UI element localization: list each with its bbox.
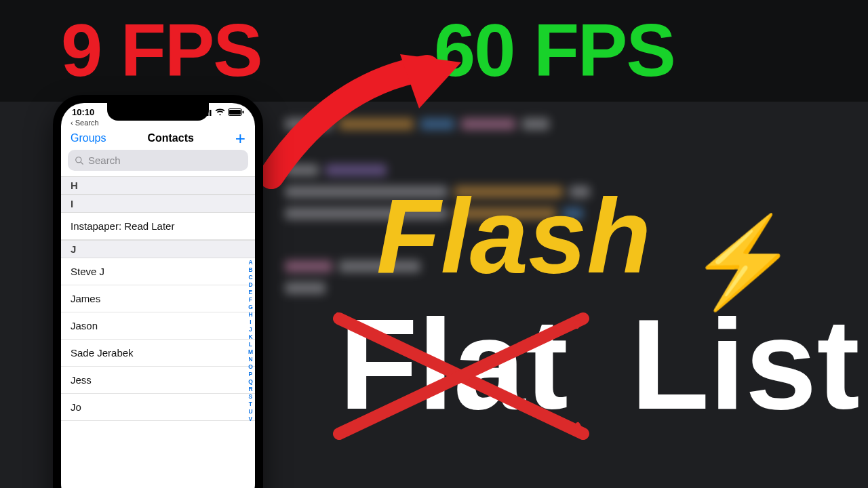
add-contact-button[interactable]: + xyxy=(235,132,245,144)
list-item[interactable]: Instapaper: Read Later xyxy=(61,213,255,240)
battery-icon xyxy=(228,108,244,116)
svg-rect-5 xyxy=(229,110,241,115)
search-icon xyxy=(75,156,84,165)
section-header: J xyxy=(61,240,255,258)
nav-bar: Groups Contacts + xyxy=(61,128,255,150)
wifi-icon xyxy=(215,108,225,116)
list-item[interactable]: Jess xyxy=(61,367,255,394)
svg-rect-6 xyxy=(243,111,244,114)
list-item[interactable]: Sade Jerabek xyxy=(61,340,255,367)
nav-title: Contacts xyxy=(147,132,193,144)
list-item[interactable]: Jo xyxy=(61,394,255,421)
groups-button[interactable]: Groups xyxy=(71,132,106,144)
search-placeholder: Search xyxy=(88,155,121,166)
list-item[interactable]: James xyxy=(61,285,255,312)
list-word: List xyxy=(631,305,860,424)
phone-screen: 10:10 Search Groups Contacts + Search H … xyxy=(61,103,255,488)
section-header: I xyxy=(61,195,255,213)
alphabet-index[interactable]: ABCDEFGHIJKLMNOPQRSTUV xyxy=(248,259,253,423)
list-item[interactable]: Steve J xyxy=(61,258,255,285)
list-item[interactable]: Jason xyxy=(61,312,255,340)
iphone-mockup: 10:10 Search Groups Contacts + Search H … xyxy=(53,95,263,488)
svg-line-8 xyxy=(81,162,83,164)
flat-word: Flat xyxy=(339,305,568,424)
contacts-list[interactable]: H I Instapaper: Read Later J Steve J Jam… xyxy=(61,176,255,421)
flash-word: Flash xyxy=(376,188,651,285)
curved-arrow-icon xyxy=(258,41,475,190)
thumbnail-stage: 9 FPS 60 FPS 10:10 Search Groups Contact… xyxy=(0,0,868,488)
status-time: 10:10 xyxy=(72,107,94,117)
phone-notch xyxy=(107,103,209,121)
search-input[interactable]: Search xyxy=(68,150,248,171)
section-header: H xyxy=(61,176,255,195)
svg-rect-3 xyxy=(210,110,212,116)
low-fps-label: 9 FPS xyxy=(61,7,262,93)
